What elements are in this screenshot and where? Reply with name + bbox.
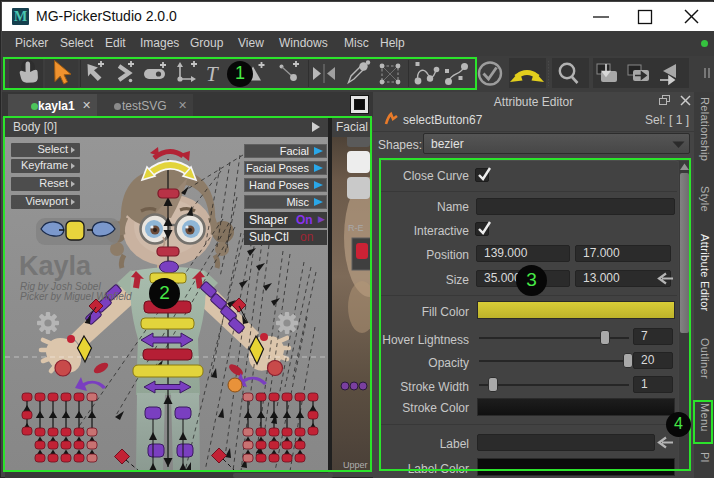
svg-text:M: M (14, 9, 27, 24)
